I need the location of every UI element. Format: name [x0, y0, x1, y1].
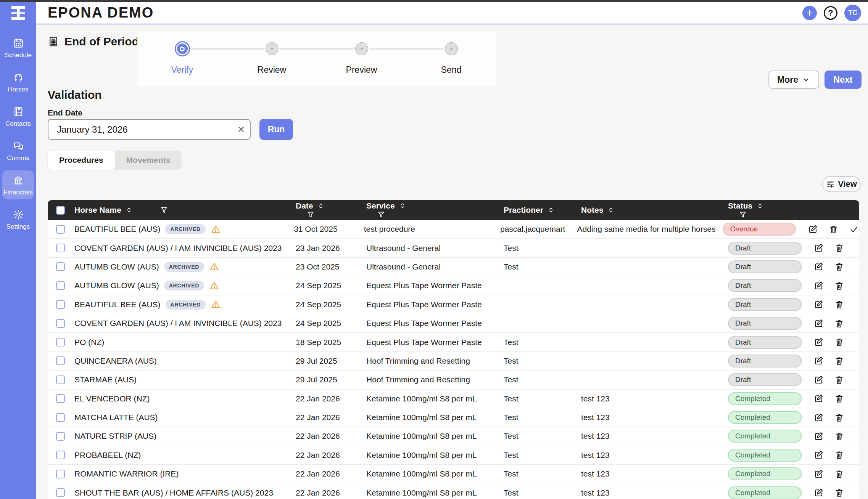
row-checkbox[interactable]: [56, 375, 65, 384]
step-circle-inner: [177, 43, 188, 54]
delete-button[interactable]: [834, 337, 844, 347]
step-send[interactable]: Send: [406, 32, 496, 86]
edit-button[interactable]: [813, 469, 824, 479]
edit-button[interactable]: [813, 488, 824, 498]
edit-icon: [813, 431, 824, 441]
row-actions: [802, 412, 859, 423]
help-button[interactable]: ?: [824, 6, 837, 20]
table-row: AUTUMB GLOW (AUS)ARCHIVED23 Oct 2025Ultr…: [48, 258, 859, 276]
edit-button[interactable]: [813, 262, 824, 272]
edit-button[interactable]: [813, 318, 824, 329]
edit-button[interactable]: [813, 356, 824, 366]
edit-button[interactable]: [813, 431, 824, 441]
mark-complete-button[interactable]: [849, 224, 859, 234]
filter-icon[interactable]: [739, 210, 802, 219]
more-button[interactable]: More: [768, 71, 819, 89]
delete-button[interactable]: [834, 450, 844, 460]
row-checkbox[interactable]: [56, 262, 65, 271]
warning-icon[interactable]: [209, 262, 219, 272]
row-checkbox[interactable]: [56, 300, 65, 309]
cell-practitioner: Test: [504, 469, 581, 478]
delete-button[interactable]: [834, 469, 844, 479]
tab-movements[interactable]: Movements: [115, 151, 182, 170]
sort-icon[interactable]: [399, 202, 406, 210]
row-checkbox[interactable]: [56, 281, 65, 290]
edit-button[interactable]: [813, 450, 824, 460]
sort-service[interactable]: Service: [366, 201, 504, 210]
row-checkbox[interactable]: [56, 432, 65, 441]
end-date-input[interactable]: [48, 120, 232, 139]
row-checkbox[interactable]: [56, 488, 65, 497]
delete-button[interactable]: [834, 356, 844, 366]
step-review[interactable]: Review: [227, 32, 317, 86]
edit-button[interactable]: [813, 243, 824, 253]
row-checkbox[interactable]: [56, 470, 65, 478]
warning-icon[interactable]: [211, 299, 221, 310]
sidebar-item-comms[interactable]: Comms: [2, 136, 34, 165]
cell-status: Completed: [728, 467, 802, 480]
sort-icon[interactable]: [607, 206, 615, 214]
warning-icon[interactable]: [209, 281, 219, 291]
next-button[interactable]: Next: [825, 71, 862, 89]
row-checkbox[interactable]: [56, 244, 65, 252]
delete-button[interactable]: [834, 243, 844, 253]
sort-horse[interactable]: Horse Name: [74, 205, 133, 215]
sidebar-item-horses[interactable]: Horses: [2, 67, 34, 96]
cell-notes: test 123: [581, 394, 728, 403]
edit-button[interactable]: [813, 299, 824, 310]
row-checkbox[interactable]: [56, 225, 65, 234]
row-checkbox[interactable]: [56, 394, 65, 403]
filter-icon[interactable]: [160, 206, 168, 214]
sort-status[interactable]: Status: [728, 201, 802, 210]
filter-icon[interactable]: [306, 210, 366, 219]
add-button[interactable]: +: [802, 6, 817, 20]
delete-button[interactable]: [834, 262, 844, 272]
warning-icon[interactable]: [211, 224, 221, 234]
delete-button[interactable]: [834, 488, 844, 498]
row-checkbox[interactable]: [56, 319, 65, 328]
edit-button[interactable]: [813, 393, 824, 404]
sort-icon[interactable]: [125, 206, 133, 214]
step-verify[interactable]: Verify: [137, 32, 227, 86]
delete-button[interactable]: [834, 281, 844, 291]
select-all-checkbox[interactable]: [56, 206, 65, 215]
delete-button[interactable]: [828, 224, 839, 234]
row-checkbox[interactable]: [56, 356, 65, 365]
delete-button[interactable]: [834, 393, 844, 404]
row-checkbox[interactable]: [56, 413, 65, 422]
delete-button[interactable]: [834, 299, 844, 310]
sidebar-item-settings[interactable]: Settings: [2, 205, 34, 234]
delete-button[interactable]: [834, 431, 844, 441]
sort-practitioner[interactable]: Practioner: [504, 205, 581, 215]
edit-button[interactable]: [808, 224, 818, 234]
sort-notes[interactable]: Notes: [581, 205, 728, 215]
horse-name: ROMANTIC WARRIOR (IRE): [74, 469, 179, 478]
delete-button[interactable]: [834, 318, 844, 329]
row-checkbox[interactable]: [56, 451, 65, 459]
sort-icon[interactable]: [756, 202, 764, 210]
tab-procedures[interactable]: Procedures: [48, 151, 115, 170]
view-button[interactable]: View: [822, 176, 861, 192]
clear-date-icon[interactable]: ✕: [232, 124, 250, 135]
step-preview[interactable]: Preview: [317, 32, 406, 86]
sort-icon[interactable]: [317, 202, 325, 210]
calculator-icon: [48, 36, 59, 47]
edit-button[interactable]: [813, 281, 824, 291]
horseshoe-icon: [12, 71, 24, 83]
user-avatar[interactable]: TC: [844, 5, 861, 21]
filter-icon[interactable]: [377, 210, 504, 219]
sidebar-item-schedule[interactable]: Schedule: [2, 33, 34, 62]
sort-icon[interactable]: [547, 206, 555, 214]
edit-button[interactable]: [813, 375, 824, 385]
edit-button[interactable]: [813, 412, 824, 423]
row-checkbox[interactable]: [56, 338, 65, 347]
run-button[interactable]: Run: [259, 119, 293, 140]
delete-button[interactable]: [834, 375, 844, 385]
sidebar-item-financials[interactable]: Financials: [2, 170, 34, 199]
sort-date[interactable]: Date: [296, 201, 366, 210]
edit-button[interactable]: [813, 337, 824, 347]
app-logo[interactable]: [0, 2, 36, 24]
step-circle-inner: [445, 42, 458, 55]
delete-button[interactable]: [834, 412, 844, 423]
sidebar-item-contacts[interactable]: Contacts: [2, 102, 34, 131]
